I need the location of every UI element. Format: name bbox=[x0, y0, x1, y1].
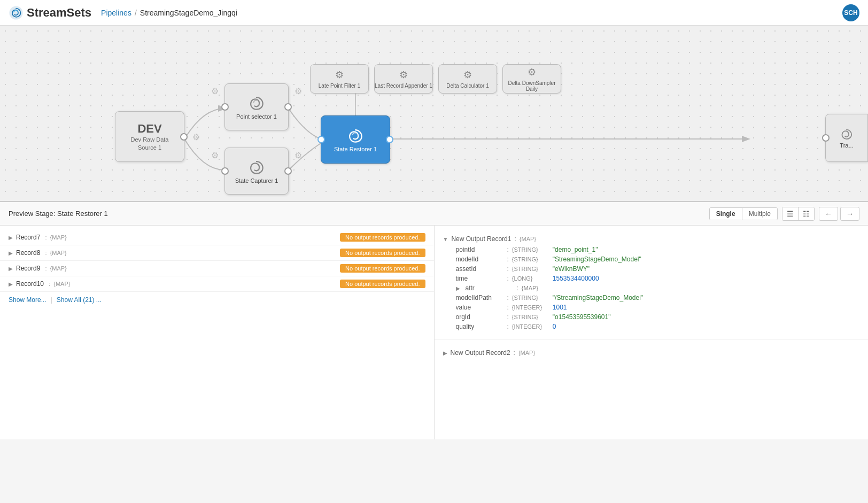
next-button[interactable]: → bbox=[840, 207, 859, 221]
node-spiral-icon bbox=[346, 126, 365, 145]
list-view-button[interactable]: ☰ bbox=[782, 207, 799, 220]
node-delta-downsampler[interactable]: ⚙ Delta DownSampler Daily bbox=[502, 64, 561, 94]
port-right[interactable] bbox=[284, 167, 292, 175]
record-type: : {MAP} bbox=[43, 234, 66, 241]
node-label: Tra... bbox=[840, 142, 853, 149]
field-type: {STRING} bbox=[512, 295, 549, 301]
record-name: Record9 bbox=[16, 265, 40, 272]
breadcrumb-pipelines[interactable]: Pipelines bbox=[101, 9, 131, 17]
record-type: : {MAP} bbox=[43, 265, 66, 272]
gear-icon-2: ⚙ bbox=[211, 86, 219, 96]
field-value: "demo_point_1" bbox=[553, 246, 598, 253]
field-value: 1001 bbox=[553, 304, 567, 311]
show-more-separator: | bbox=[51, 296, 52, 304]
grid-view-button[interactable]: ☷ bbox=[799, 207, 814, 220]
output-record-header-2: ▶ New Output Record2 : {MAP} bbox=[443, 347, 860, 359]
node-label: State Capturer 1 bbox=[235, 177, 278, 184]
field-row-time: time : {LONG} 1553534400000 bbox=[443, 274, 860, 283]
field-type: {INTEGER} bbox=[512, 304, 549, 311]
no-output-badge: No output records produced. bbox=[340, 280, 425, 288]
node-dev-raw-data-source[interactable]: DEV Dev Raw Data Source 1 ⚙ bbox=[115, 111, 184, 162]
node-late-point-filter[interactable]: ⚙ Late Point Filter 1 bbox=[310, 64, 369, 94]
preview-title: Preview Stage: State Restorer 1 bbox=[9, 210, 108, 218]
field-colon: : bbox=[507, 265, 509, 273]
show-all-link[interactable]: Show All (21) ... bbox=[57, 296, 102, 304]
breadcrumb-separator: / bbox=[135, 9, 137, 17]
breadcrumb: Pipelines / StreamingStageDemo_Jingqi bbox=[96, 9, 237, 17]
preview-header: Preview Stage: State Restorer 1 Single M… bbox=[0, 202, 868, 226]
output-record-type: {MAP} bbox=[520, 236, 536, 242]
preview-controls: Single Multiple ☰ ☷ ← → bbox=[709, 207, 859, 221]
node-point-selector[interactable]: Point selector 1 ⚙ ⚙ bbox=[224, 83, 289, 130]
field-colon: : bbox=[507, 304, 509, 311]
gear-icon: ⚙ bbox=[192, 131, 200, 142]
avatar[interactable]: SCH bbox=[842, 4, 859, 21]
field-colon: : bbox=[507, 294, 509, 301]
record-type: : {MAP} bbox=[43, 250, 66, 256]
field-value: "eWiknBWY" bbox=[553, 265, 590, 273]
field-value: "/StreamingStageDemo_Model" bbox=[553, 294, 643, 301]
nav-buttons: ← → bbox=[819, 207, 859, 221]
node-state-restorer[interactable]: State Restorer 1 bbox=[321, 115, 390, 164]
field-name: attr bbox=[466, 284, 514, 292]
field-value: 1553534400000 bbox=[553, 275, 599, 282]
node-last-record-appender[interactable]: ⚙ Last Record Appender 1 bbox=[374, 64, 433, 94]
field-type: {STRING} bbox=[512, 266, 549, 272]
node-trailing[interactable]: Tra... bbox=[825, 114, 868, 162]
field-row-orgId: orgId : {STRING} "o15453595539601" bbox=[443, 312, 860, 322]
port-right[interactable] bbox=[386, 136, 393, 143]
port-left[interactable] bbox=[221, 103, 229, 111]
expand-icon[interactable]: ▶ bbox=[9, 250, 13, 256]
node-label: Late Point Filter 1 bbox=[319, 83, 360, 89]
preview-left-panel: ▶ Record7 : {MAP} No output records prod… bbox=[0, 226, 435, 439]
dev-sub: Dev Raw Data Source 1 bbox=[131, 136, 169, 151]
expand-icon[interactable]: ▶ bbox=[9, 281, 13, 287]
show-more-row: Show More... | Show All (21) ... bbox=[0, 292, 434, 308]
port-left[interactable] bbox=[822, 134, 830, 142]
field-row-value: value : {INTEGER} 1001 bbox=[443, 303, 860, 312]
record-name: Record8 bbox=[16, 249, 40, 257]
gear-icon-2: ⚙ bbox=[211, 150, 219, 160]
expand-icon[interactable]: ▼ bbox=[443, 236, 448, 242]
port-left[interactable] bbox=[221, 167, 229, 175]
port-left[interactable] bbox=[317, 136, 325, 143]
field-value: "o15453595539601" bbox=[553, 313, 611, 321]
single-button[interactable]: Single bbox=[710, 208, 742, 220]
node-state-capturer[interactable]: State Capturer 1 ⚙ ⚙ bbox=[224, 148, 289, 195]
node-port-right[interactable] bbox=[180, 133, 188, 141]
field-colon: : bbox=[507, 323, 509, 330]
output-record-title: New Output Record1 bbox=[451, 235, 511, 243]
multiple-button[interactable]: Multiple bbox=[742, 208, 777, 220]
expand-icon[interactable]: ▶ bbox=[9, 235, 13, 241]
field-colon: : bbox=[507, 256, 509, 263]
field-value: 0 bbox=[553, 323, 556, 330]
record-row: ▶ Record10 : {MAP} No output records pro… bbox=[0, 276, 434, 292]
record-label: ▶ Record9 : {MAP} bbox=[9, 265, 67, 272]
record-row: ▶ Record7 : {MAP} No output records prod… bbox=[0, 230, 434, 245]
output-record-2: ▶ New Output Record2 : {MAP} bbox=[435, 344, 869, 362]
preview-right-panel: ▼ New Output Record1 : {MAP} pointId : {… bbox=[435, 226, 869, 439]
prev-button[interactable]: ← bbox=[819, 207, 838, 221]
gear-icon: ⚙ bbox=[294, 150, 302, 160]
field-row-attr: ▶ attr : {MAP} bbox=[443, 283, 860, 293]
top-nodes-row: ⚙ Late Point Filter 1 ⚙ Last Record Appe… bbox=[310, 64, 561, 94]
field-name: orgId bbox=[456, 313, 504, 321]
field-name: modelIdPath bbox=[456, 294, 504, 301]
expand-icon[interactable]: ▶ bbox=[443, 350, 447, 356]
record-name: Record7 bbox=[16, 234, 40, 241]
port-right[interactable] bbox=[284, 103, 292, 111]
node-icon: ⚙ bbox=[463, 69, 472, 81]
dev-title: DEV bbox=[137, 122, 161, 136]
expand-icon[interactable]: ▶ bbox=[456, 285, 460, 291]
show-more-link[interactable]: Show More... bbox=[9, 296, 46, 304]
no-output-badge: No output records produced. bbox=[340, 264, 425, 273]
field-type: {STRING} bbox=[512, 246, 549, 253]
node-delta-calculator[interactable]: ⚙ Delta Calculator 1 bbox=[438, 64, 497, 94]
expand-icon[interactable]: ▶ bbox=[9, 266, 13, 272]
field-row-quality: quality : {INTEGER} 0 bbox=[443, 322, 860, 331]
field-name: modelId bbox=[456, 256, 504, 263]
node-icon: ⚙ bbox=[528, 66, 536, 78]
header: StreamSets Pipelines / StreamingStageDem… bbox=[0, 0, 868, 26]
logo[interactable]: StreamSets bbox=[9, 5, 91, 20]
field-name: value bbox=[456, 304, 504, 311]
